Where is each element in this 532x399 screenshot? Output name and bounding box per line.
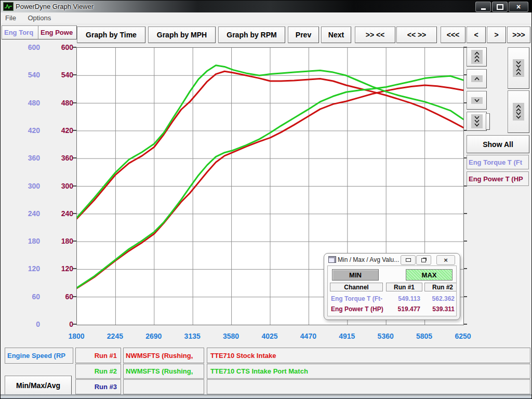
graph-by-rpm-button[interactable]: Graph by RPM	[218, 26, 285, 43]
run3-description-field[interactable]	[207, 379, 530, 394]
run3-comment-field[interactable]	[123, 379, 204, 394]
y-tick-torque: 420	[10, 126, 40, 135]
chevron-down-triple-icon	[471, 114, 483, 128]
x-tick: 5805	[405, 332, 444, 341]
scroll-up-button[interactable]	[467, 69, 487, 88]
y-tick-torque: 0	[10, 320, 40, 328]
y-tick-torque: 360	[10, 154, 40, 162]
window-bottom-edge	[1, 394, 532, 399]
show-all-button[interactable]: Show All	[467, 135, 529, 153]
y-tick-torque: 600	[10, 43, 40, 51]
window-title: PowerDyne Graph Viewer	[16, 3, 94, 10]
axis-tick	[73, 241, 76, 242]
partial-button	[486, 113, 490, 130]
minmax-close-button[interactable]: ×	[436, 255, 455, 265]
y-tick-torque: 120	[10, 264, 40, 273]
y-tick-power: 120	[45, 264, 73, 273]
channel-button-torque[interactable]: Eng Torq	[2, 25, 39, 39]
zoom-out-x-button[interactable]: << >>	[396, 26, 437, 43]
minmax-window-title: Min / Max / Avg Valu...	[338, 256, 399, 263]
x-tick: 5360	[366, 332, 405, 341]
scroll-left-button[interactable]: <	[467, 26, 486, 43]
column-header-run2[interactable]: Run #2	[424, 283, 457, 291]
power-channel-label[interactable]: Eng Power T (HP	[467, 171, 529, 186]
axis-tick	[73, 47, 76, 48]
column-header-run1[interactable]: Run #1	[386, 283, 422, 291]
scroll-up-fast-button[interactable]	[467, 47, 487, 66]
maximize-button[interactable]	[492, 2, 508, 12]
axis-tick	[463, 268, 467, 269]
minmax-restore-button[interactable]	[416, 255, 431, 265]
minmax-power-run2-value: 539.311	[424, 305, 455, 313]
prev-button[interactable]: Prev	[288, 26, 319, 43]
scroll-right-button[interactable]: >	[487, 26, 506, 43]
y-tick-power: 480	[45, 99, 73, 107]
compress-vertical-button[interactable]	[508, 47, 529, 89]
y-tick-power: 420	[45, 126, 73, 135]
zoom-in-x-button[interactable]: >> <<	[355, 26, 395, 43]
axis-tick	[73, 130, 76, 131]
column-header-channel[interactable]: Channel	[330, 283, 383, 291]
run1-comment-field[interactable]: NWMSFTS (Rushing,	[123, 348, 204, 363]
run2-comment-field[interactable]: NWMSFTS (Rushing,	[123, 364, 204, 379]
y-tick-power: 360	[45, 154, 73, 162]
restore-icon	[421, 258, 426, 262]
run1-label[interactable]: Run #1	[75, 348, 121, 363]
y-tick-torque: 60	[10, 292, 40, 301]
scroll-right-fast-button[interactable]: >>>	[507, 26, 530, 43]
powerdyne-window: PowerDyne Graph Viewer × File Options En…	[0, 0, 532, 399]
scroll-down-button[interactable]	[467, 91, 487, 110]
minmax-torque-run1-value: 549.113	[386, 295, 420, 302]
next-button[interactable]: Next	[321, 26, 351, 43]
axis-tick	[463, 213, 467, 214]
y-tick-power: 300	[45, 182, 73, 190]
minmax-torque-run2-value: 562.362	[424, 295, 455, 302]
y-tick-torque: 180	[10, 237, 40, 245]
x-channel-label[interactable]: Engine Speed (RP	[5, 348, 73, 364]
run2-label[interactable]: Run #2	[75, 364, 121, 379]
y-tick-power: 600	[45, 43, 73, 51]
y-tick-torque: 480	[10, 99, 40, 107]
axis-tick	[463, 241, 467, 242]
close-button[interactable]: ×	[509, 2, 528, 12]
minmax-minimize-button[interactable]	[401, 255, 416, 265]
x-tick: 4470	[289, 332, 327, 341]
torque-channel-label[interactable]: Eng Torque T (Ft	[467, 155, 529, 169]
chevron-up-icon	[471, 75, 483, 82]
min-toggle-button[interactable]: MIN	[332, 269, 379, 281]
run1-description-field[interactable]: TTE710 Stock Intake	[207, 348, 530, 363]
scroll-left-fast-button[interactable]: <<<	[441, 26, 466, 43]
y-tick-power: 60	[45, 292, 73, 301]
minmax-window-icon	[328, 256, 336, 263]
close-icon: ×	[516, 3, 521, 10]
max-toggle-button[interactable]: MAX	[406, 269, 453, 281]
x-tick: 2245	[96, 332, 134, 341]
y-tick-power: 180	[45, 237, 73, 245]
graph-by-mph-button[interactable]: Graph by MPH	[148, 26, 216, 43]
minmax-window: Min / Max / Avg Valu... × MIN MAX Channe…	[324, 253, 460, 320]
x-tick: 4915	[328, 332, 366, 341]
run2-description-field[interactable]: TTE710 CTS Intake Port Match	[207, 364, 530, 379]
menu-options[interactable]: Options	[23, 12, 56, 23]
x-tick: 3580	[212, 332, 250, 341]
minimize-icon	[406, 258, 411, 262]
graph-by-time-button[interactable]: Graph by Time	[77, 26, 145, 43]
minmax-panel: MIN MAX Channel Run #1 Run #2 Eng Torque…	[327, 265, 457, 316]
axis-tick	[73, 324, 76, 325]
maximize-icon	[497, 4, 503, 10]
menu-file[interactable]: File	[1, 12, 21, 23]
run3-label[interactable]: Run #3	[75, 379, 121, 394]
minmax-avg-button[interactable]: Min/Max/Avg	[5, 376, 72, 395]
expand-vertical-button[interactable]	[508, 90, 529, 133]
minmax-row-power-channel: Eng Power T (HP)	[331, 305, 383, 313]
x-tick: 4025	[250, 332, 289, 341]
y-tick-power: 540	[45, 71, 73, 79]
scroll-down-fast-button[interactable]	[467, 112, 487, 131]
minimize-button[interactable]	[475, 2, 491, 12]
y-tick-torque: 540	[10, 71, 40, 79]
app-icon	[3, 2, 14, 11]
axis-tick	[73, 268, 76, 269]
y-tick-power: 240	[45, 209, 73, 218]
channel-button-power[interactable]: Eng Powe	[38, 25, 77, 39]
axis-tick	[73, 213, 76, 214]
